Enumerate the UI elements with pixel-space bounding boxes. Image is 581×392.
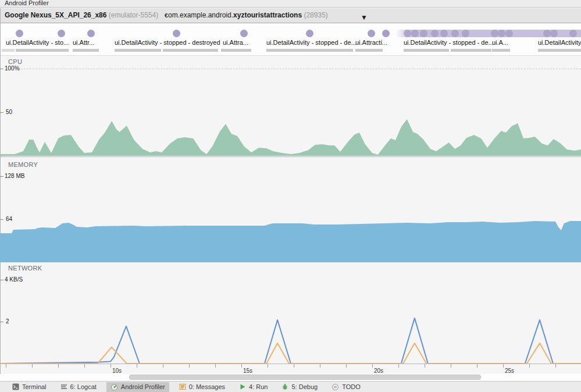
- statusbar-item-label: 0: Messages: [189, 383, 225, 390]
- activity-event-band-dot: [440, 30, 448, 37]
- activity-event-label: ui.DetailActivity - stopped - de...: [404, 39, 494, 46]
- statusbar-item-4-run[interactable]: 4: Run: [235, 382, 272, 392]
- activity-event-band-dot: [543, 30, 551, 37]
- device-serial: (emulator-5554): [109, 11, 158, 19]
- process-selector[interactable]: com.example.android.xyztouristattraction…: [165, 11, 328, 19]
- time-axis-tick: [529, 364, 530, 368]
- statusbar-item-label: TODO: [342, 383, 361, 390]
- activity-duration-bar: [266, 49, 353, 52]
- activity-event-band-dot: [431, 30, 439, 37]
- process-prefix: com.example.android.: [165, 11, 233, 19]
- time-axis-label: 15s: [243, 368, 252, 374]
- activity-event-dot: [240, 30, 248, 37]
- activity-event-dot: [173, 30, 180, 37]
- time-axis-label: 25s: [505, 368, 514, 374]
- activity-event-band-dot: [498, 30, 505, 37]
- debug-icon: [281, 383, 288, 390]
- tool-window-tab-android-profiler[interactable]: Android Profiler: [5, 0, 49, 6]
- activity-event-band-dot: [491, 30, 498, 37]
- activity-event-band-dot: [569, 30, 577, 37]
- time-axis-tick: [58, 364, 59, 368]
- time-axis-tick: [425, 364, 425, 368]
- device-selector[interactable]: Google Nexus_5X_API_26_x86 (emulator-555…: [5, 11, 167, 19]
- time-axis-tick: [451, 364, 451, 368]
- statusbar-item-label: 6: Logcat: [70, 383, 97, 390]
- time-axis-label: 10s: [112, 368, 122, 374]
- activity-event-label: ui.Attra...: [223, 39, 248, 46]
- time-axis-tick: [555, 364, 556, 368]
- statusbar-item-label: Terminal: [22, 383, 47, 390]
- time-axis-tick: [294, 364, 294, 368]
- activity-event-label: ui.DetailActivity - stopped - de...: [266, 39, 357, 46]
- activity-event-label: ui.DetailActivity - sto...: [6, 39, 69, 46]
- statusbar-item-terminal[interactable]: Terminal: [8, 382, 51, 392]
- status-bar: Terminal6: LogcatAndroid Profiler0: Mess…: [0, 381, 581, 392]
- activity-event-dot: [16, 30, 23, 37]
- time-axis-tick: [268, 364, 268, 368]
- logcat-icon: [60, 383, 67, 390]
- activity-event-band-dot: [411, 30, 419, 37]
- activity-event-band-dot: [550, 30, 558, 37]
- time-axis-tick: [320, 364, 320, 368]
- activity-duration-bar: [538, 49, 581, 52]
- statusbar-item-label: Android Profiler: [121, 383, 165, 390]
- android-profiler-window: Android Profiler Google Nexus_5X_API_26_…: [0, 0, 581, 392]
- activity-duration-bar: [115, 49, 161, 52]
- statusbar-item-5-debug[interactable]: 5: Debug: [277, 382, 322, 392]
- activity-duration-bar: [163, 49, 218, 52]
- time-axis-tick: [372, 364, 373, 368]
- activity-event-label: ui.DetailActivity: [538, 39, 581, 46]
- process-chevron-down-icon[interactable]: ▼: [361, 13, 368, 22]
- time-axis-tick: [398, 364, 399, 368]
- time-axis-line: [0, 364, 581, 364]
- network-chart[interactable]: [0, 262, 581, 367]
- activity-event-band-dot: [505, 30, 513, 37]
- time-axis-tick: [6, 364, 6, 368]
- time-axis-tick: [477, 364, 477, 368]
- tool-window-tab-bar: Android Profiler: [0, 0, 581, 8]
- run-icon: [239, 383, 246, 390]
- activity-event-dot: [58, 30, 65, 37]
- time-axis-tick: [84, 364, 85, 368]
- activity-event-dot: [368, 30, 375, 37]
- statusbar-item-android-profiler[interactable]: Android Profiler: [106, 382, 169, 392]
- activity-duration-bar: [492, 49, 510, 52]
- memory-chart[interactable]: [0, 157, 581, 262]
- activity-event-label: ui.DetailActivity - stopped - destroyed: [115, 39, 220, 46]
- terminal-icon: [12, 383, 19, 390]
- activity-event-label: ui.A...: [492, 39, 508, 46]
- process-name: xyztouristattractions: [233, 11, 302, 19]
- activity-event-dot: [306, 30, 313, 37]
- activity-event-label: ui.Attr...: [73, 39, 94, 46]
- activity-event-band-dot: [462, 30, 469, 37]
- activity-duration-bar: [355, 49, 383, 52]
- series-orange-series: [0, 343, 581, 364]
- cpu-usage-series: [0, 119, 581, 156]
- activity-duration-bar: [404, 49, 449, 52]
- time-axis-tick: [111, 364, 111, 368]
- activity-duration-bar: [451, 49, 491, 52]
- time-axis-tick: [503, 364, 504, 368]
- activity-duration-bar: [221, 49, 251, 52]
- statusbar-item-0-messages[interactable]: 0: Messages: [175, 382, 229, 392]
- statusbar-item-label: 5: Debug: [291, 383, 318, 390]
- statusbar-item-6-logcat[interactable]: 6: Logcat: [56, 382, 101, 392]
- activity-duration-bar: [16, 49, 69, 52]
- activity-event-dot: [382, 30, 390, 37]
- statusbar-item-todo[interactable]: TODO: [327, 382, 365, 392]
- time-axis-tick: [137, 364, 137, 368]
- activity-event-label: ui.Attracti...: [355, 39, 387, 46]
- activity-event-band-dot: [451, 30, 459, 37]
- time-axis-tick: [215, 364, 216, 368]
- time-axis-tick: [241, 364, 242, 368]
- cpu-chart[interactable]: [0, 55, 581, 156]
- series-blue-series: [0, 318, 581, 364]
- messages-icon: [179, 383, 186, 390]
- time-axis-label: 20s: [374, 368, 383, 374]
- profiler-toolbar: Google Nexus_5X_API_26_x86 (emulator-555…: [0, 8, 581, 23]
- horizontal-scrollbar-thumb[interactable]: [129, 375, 481, 380]
- profiler-icon: [111, 383, 118, 391]
- activity-event-band-dot: [404, 30, 411, 37]
- device-name: Google Nexus_5X_API_26_x86: [5, 11, 106, 19]
- activity-event-band-dot: [420, 30, 427, 37]
